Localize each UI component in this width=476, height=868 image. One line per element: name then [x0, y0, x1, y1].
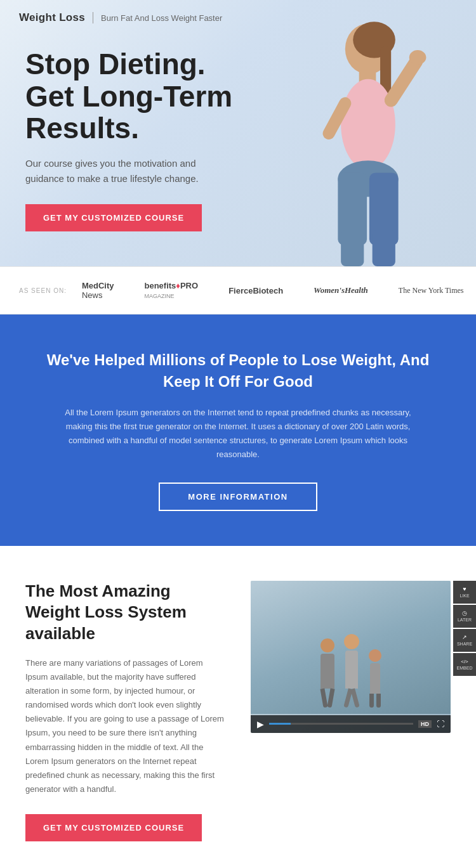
hero-heading-line3: Results.	[25, 112, 139, 145]
logo-benefits: benefits♦PROMAGAZINE	[144, 281, 198, 300]
share-icon: ↗	[462, 634, 467, 640]
nav-divider	[93, 12, 93, 23]
svg-rect-12	[373, 230, 395, 266]
blue-section-heading: We've Helped Millions of People to Lose …	[38, 349, 438, 392]
blue-section-body: All the Lorem Ipsum generators on the In…	[54, 406, 422, 462]
hero-heading: Stop Dieting. Get Long-Term Results.	[25, 48, 237, 145]
video-player[interactable]: ▶ HD ⛶	[251, 581, 451, 733]
hero-subtext: Our course gives you the motivation and …	[25, 156, 237, 186]
svg-point-6	[409, 50, 426, 65]
nav-subtitle: Burn Fat And Loss Weight Faster	[101, 13, 222, 23]
svg-line-5	[391, 61, 416, 100]
hero-heading-line2: Get Long-Term	[25, 80, 232, 113]
hero-section: Weight Loss Burn Fat And Loss Weight Fas…	[0, 0, 476, 266]
system-body: There are many variations of passages of…	[25, 656, 225, 796]
later-icon-btn[interactable]: ◷ LATER	[453, 605, 476, 628]
runner-3	[369, 649, 381, 708]
system-cta-button[interactable]: GET MY CUSTOMIZED COURSE	[25, 814, 202, 841]
hero-content: Stop Dieting. Get Long-Term Results. Our…	[0, 36, 262, 263]
system-inner: The Most Amazing Weight Loss System avai…	[25, 581, 451, 841]
runner-2	[344, 634, 359, 708]
play-button[interactable]: ▶	[257, 719, 264, 729]
later-icon: ◷	[462, 610, 467, 616]
svg-rect-11	[341, 230, 364, 266]
share-icon-btn[interactable]: ↗ SHARE	[453, 629, 476, 652]
like-icon: ♥	[463, 586, 466, 592]
blue-section: We've Helped Millions of People to Lose …	[0, 314, 476, 546]
as-seen-on-bar: AS SEEN ON: MedCityNews benefits♦PROMAGA…	[0, 266, 476, 314]
progress-bar[interactable]	[269, 723, 413, 725]
hero-person-image	[273, 13, 463, 266]
video-side-icons: ♥ LIKE ◷ LATER ↗ SHARE </> EMBED	[453, 581, 476, 676]
as-seen-label: AS SEEN ON:	[19, 287, 67, 294]
system-text: The Most Amazing Weight Loss System avai…	[25, 581, 225, 841]
fullscreen-icon[interactable]: ⛶	[437, 720, 444, 729]
progress-fill	[269, 723, 291, 725]
logo-nyt: The New York Times	[399, 286, 464, 295]
system-section: The Most Amazing Weight Loss System avai…	[0, 546, 476, 868]
embed-icon: </>	[461, 659, 468, 664]
video-bg	[251, 581, 451, 714]
logo-fierce: FierceBiotech	[228, 286, 283, 295]
hero-cta-button[interactable]: GET MY CUSTOMIZED COURSE	[25, 204, 202, 231]
embed-icon-btn[interactable]: </> EMBED	[453, 653, 476, 676]
site-title: Weight Loss	[19, 11, 85, 24]
more-information-button[interactable]: MORE INFORMATION	[159, 483, 317, 511]
hero-heading-line1: Stop Dieting.	[25, 48, 206, 81]
runner-1	[321, 638, 334, 708]
system-heading: The Most Amazing Weight Loss System avai…	[25, 581, 225, 645]
like-icon-btn[interactable]: ♥ LIKE	[453, 581, 476, 604]
system-video: ▶ HD ⛶ ♥ LIKE ◷ LATER	[251, 581, 451, 733]
svg-point-4	[341, 79, 395, 170]
logo-medcity: MedCityNews	[82, 281, 114, 300]
logo-womens: Women'sHealth	[314, 285, 368, 295]
video-controls: ▶ HD ⛶	[251, 715, 451, 733]
hd-badge: HD	[418, 720, 432, 728]
